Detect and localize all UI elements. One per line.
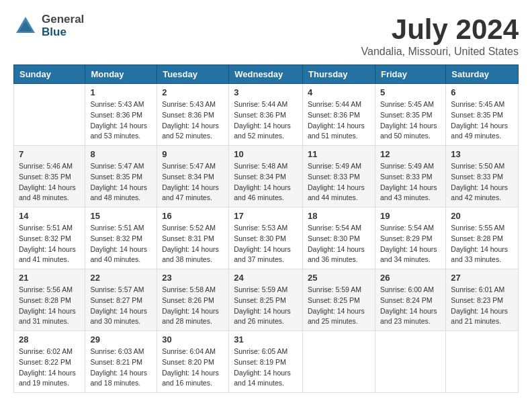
day-info: Sunrise: 5:51 AM Sunset: 8:32 PM Dayligh… — [90, 223, 152, 265]
calendar-location: Vandalia, Missouri, United States — [361, 46, 519, 58]
day-info: Sunrise: 5:47 AM Sunset: 8:34 PM Dayligh… — [162, 161, 224, 203]
day-number: 17 — [234, 211, 298, 221]
day-info: Sunrise: 5:48 AM Sunset: 8:34 PM Dayligh… — [234, 161, 298, 203]
day-number: 6 — [451, 87, 513, 97]
calendar-cell: 6Sunrise: 5:45 AM Sunset: 8:35 PM Daylig… — [446, 84, 519, 146]
title-block: July 2024 Vandalia, Missouri, United Sta… — [361, 13, 519, 58]
calendar-cell: 29Sunrise: 6:03 AM Sunset: 8:21 PM Dayli… — [85, 331, 157, 393]
day-number: 29 — [90, 334, 152, 345]
col-wednesday: Wednesday — [229, 65, 303, 84]
logo-blue: Blue — [42, 26, 84, 39]
logo-general: General — [42, 13, 84, 26]
calendar-cell: 26Sunrise: 6:00 AM Sunset: 8:24 PM Dayli… — [375, 269, 445, 331]
day-info: Sunrise: 5:58 AM Sunset: 8:26 PM Dayligh… — [162, 285, 224, 327]
day-number: 7 — [19, 149, 80, 159]
day-info: Sunrise: 5:45 AM Sunset: 8:35 PM Dayligh… — [380, 99, 441, 142]
day-info: Sunrise: 5:44 AM Sunset: 8:36 PM Dayligh… — [308, 99, 370, 142]
day-number: 3 — [234, 87, 298, 97]
day-info: Sunrise: 5:49 AM Sunset: 8:33 PM Dayligh… — [380, 161, 441, 203]
day-number: 14 — [19, 211, 80, 221]
day-info: Sunrise: 5:44 AM Sunset: 8:36 PM Dayligh… — [234, 99, 298, 142]
calendar-cell: 25Sunrise: 5:59 AM Sunset: 8:25 PM Dayli… — [303, 269, 375, 331]
day-info: Sunrise: 5:54 AM Sunset: 8:29 PM Dayligh… — [380, 223, 441, 265]
day-number: 30 — [162, 334, 224, 345]
day-number: 22 — [90, 273, 152, 283]
day-number: 15 — [90, 211, 152, 221]
col-friday: Friday — [375, 65, 445, 84]
day-number: 11 — [308, 149, 370, 159]
calendar-cell: 1Sunrise: 5:43 AM Sunset: 8:36 PM Daylig… — [85, 84, 157, 146]
calendar-cell: 28Sunrise: 6:02 AM Sunset: 8:22 PM Dayli… — [14, 331, 85, 393]
day-number: 31 — [234, 334, 298, 345]
day-info: Sunrise: 6:02 AM Sunset: 8:22 PM Dayligh… — [19, 347, 80, 389]
logo: General Blue — [13, 13, 84, 38]
calendar-cell: 14Sunrise: 5:51 AM Sunset: 8:32 PM Dayli… — [14, 208, 85, 269]
day-info: Sunrise: 5:45 AM Sunset: 8:35 PM Dayligh… — [451, 99, 513, 142]
col-thursday: Thursday — [303, 65, 375, 84]
calendar-cell — [375, 331, 445, 393]
day-number: 10 — [234, 149, 298, 159]
calendar-cell: 3Sunrise: 5:44 AM Sunset: 8:36 PM Daylig… — [229, 84, 303, 146]
col-monday: Monday — [85, 65, 157, 84]
calendar-cell — [14, 84, 85, 146]
day-number: 23 — [162, 273, 224, 283]
calendar-title: July 2024 — [361, 13, 519, 46]
calendar-cell: 11Sunrise: 5:49 AM Sunset: 8:33 PM Dayli… — [303, 146, 375, 208]
page-header: General Blue July 2024 Vandalia, Missour… — [13, 13, 519, 58]
day-info: Sunrise: 5:50 AM Sunset: 8:33 PM Dayligh… — [451, 161, 513, 203]
day-number: 26 — [380, 273, 441, 283]
calendar-cell: 22Sunrise: 5:57 AM Sunset: 8:27 PM Dayli… — [85, 269, 157, 331]
day-info: Sunrise: 5:43 AM Sunset: 8:36 PM Dayligh… — [162, 99, 224, 142]
day-info: Sunrise: 5:55 AM Sunset: 8:28 PM Dayligh… — [451, 223, 513, 265]
calendar-cell: 8Sunrise: 5:47 AM Sunset: 8:35 PM Daylig… — [85, 146, 157, 208]
calendar-cell: 2Sunrise: 5:43 AM Sunset: 8:36 PM Daylig… — [157, 84, 229, 146]
day-number: 9 — [162, 149, 224, 159]
calendar-cell: 4Sunrise: 5:44 AM Sunset: 8:36 PM Daylig… — [303, 84, 375, 146]
day-number: 18 — [308, 211, 370, 221]
day-info: Sunrise: 6:00 AM Sunset: 8:24 PM Dayligh… — [380, 285, 441, 327]
calendar-cell: 27Sunrise: 6:01 AM Sunset: 8:23 PM Dayli… — [446, 269, 519, 331]
day-info: Sunrise: 5:46 AM Sunset: 8:35 PM Dayligh… — [19, 161, 80, 203]
day-number: 8 — [90, 149, 152, 159]
calendar-cell — [303, 331, 375, 393]
day-number: 2 — [162, 87, 224, 97]
day-info: Sunrise: 6:03 AM Sunset: 8:21 PM Dayligh… — [90, 347, 152, 389]
col-tuesday: Tuesday — [157, 65, 229, 84]
day-number: 1 — [90, 87, 152, 97]
calendar-week-1: 1Sunrise: 5:43 AM Sunset: 8:36 PM Daylig… — [14, 84, 519, 146]
day-info: Sunrise: 6:01 AM Sunset: 8:23 PM Dayligh… — [451, 285, 513, 327]
day-number: 5 — [380, 87, 441, 97]
calendar-header-row: Sunday Monday Tuesday Wednesday Thursday… — [14, 65, 519, 84]
calendar-week-3: 14Sunrise: 5:51 AM Sunset: 8:32 PM Dayli… — [14, 208, 519, 269]
day-number: 12 — [380, 149, 441, 159]
day-number: 25 — [308, 273, 370, 283]
calendar-cell: 16Sunrise: 5:52 AM Sunset: 8:31 PM Dayli… — [157, 208, 229, 269]
day-info: Sunrise: 6:05 AM Sunset: 8:19 PM Dayligh… — [234, 347, 298, 389]
day-info: Sunrise: 6:04 AM Sunset: 8:20 PM Dayligh… — [162, 347, 224, 389]
calendar-cell: 12Sunrise: 5:49 AM Sunset: 8:33 PM Dayli… — [375, 146, 445, 208]
day-number: 16 — [162, 211, 224, 221]
day-number: 21 — [19, 273, 80, 283]
day-info: Sunrise: 5:49 AM Sunset: 8:33 PM Dayligh… — [308, 161, 370, 203]
calendar-cell: 7Sunrise: 5:46 AM Sunset: 8:35 PM Daylig… — [14, 146, 85, 208]
calendar-cell: 5Sunrise: 5:45 AM Sunset: 8:35 PM Daylig… — [375, 84, 445, 146]
calendar-cell: 21Sunrise: 5:56 AM Sunset: 8:28 PM Dayli… — [14, 269, 85, 331]
logo-icon — [13, 14, 38, 38]
day-number: 24 — [234, 273, 298, 283]
col-saturday: Saturday — [446, 65, 519, 84]
calendar-cell: 17Sunrise: 5:53 AM Sunset: 8:30 PM Dayli… — [229, 208, 303, 269]
day-info: Sunrise: 5:47 AM Sunset: 8:35 PM Dayligh… — [90, 161, 152, 203]
day-info: Sunrise: 5:52 AM Sunset: 8:31 PM Dayligh… — [162, 223, 224, 265]
calendar-cell: 31Sunrise: 6:05 AM Sunset: 8:19 PM Dayli… — [229, 331, 303, 393]
day-number: 20 — [451, 211, 513, 221]
day-info: Sunrise: 5:51 AM Sunset: 8:32 PM Dayligh… — [19, 223, 80, 265]
col-sunday: Sunday — [14, 65, 85, 84]
calendar-cell: 30Sunrise: 6:04 AM Sunset: 8:20 PM Dayli… — [157, 331, 229, 393]
day-number: 13 — [451, 149, 513, 159]
calendar-cell: 9Sunrise: 5:47 AM Sunset: 8:34 PM Daylig… — [157, 146, 229, 208]
day-number: 19 — [380, 211, 441, 221]
day-number: 28 — [19, 334, 80, 345]
calendar-cell: 20Sunrise: 5:55 AM Sunset: 8:28 PM Dayli… — [446, 208, 519, 269]
day-info: Sunrise: 5:59 AM Sunset: 8:25 PM Dayligh… — [308, 285, 370, 327]
calendar-table: Sunday Monday Tuesday Wednesday Thursday… — [13, 64, 519, 393]
